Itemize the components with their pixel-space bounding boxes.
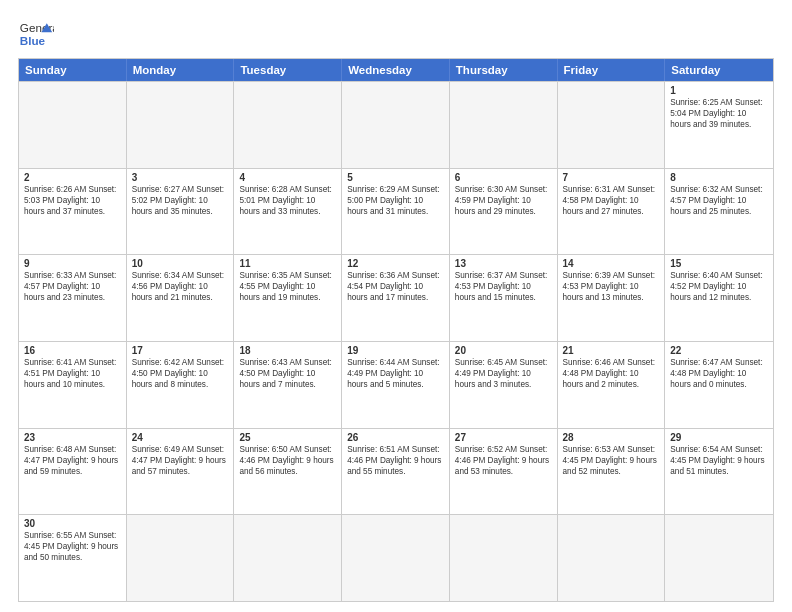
day-info: Sunrise: 6:51 AM Sunset: 4:46 PM Dayligh… [347,444,444,477]
calendar-cell: 18Sunrise: 6:43 AM Sunset: 4:50 PM Dayli… [234,342,342,428]
calendar-cell: 22Sunrise: 6:47 AM Sunset: 4:48 PM Dayli… [665,342,773,428]
day-number: 7 [563,172,660,183]
day-info: Sunrise: 6:54 AM Sunset: 4:45 PM Dayligh… [670,444,768,477]
day-number: 22 [670,345,768,356]
calendar-cell [234,82,342,168]
day-info: Sunrise: 6:26 AM Sunset: 5:03 PM Dayligh… [24,184,121,217]
day-info: Sunrise: 6:42 AM Sunset: 4:50 PM Dayligh… [132,357,229,390]
day-number: 4 [239,172,336,183]
calendar-row-0: 1Sunrise: 6:25 AM Sunset: 5:04 PM Daylig… [19,81,773,168]
calendar-cell: 23Sunrise: 6:48 AM Sunset: 4:47 PM Dayli… [19,429,127,515]
day-info: Sunrise: 6:47 AM Sunset: 4:48 PM Dayligh… [670,357,768,390]
calendar-cell: 6Sunrise: 6:30 AM Sunset: 4:59 PM Daylig… [450,169,558,255]
day-info: Sunrise: 6:48 AM Sunset: 4:47 PM Dayligh… [24,444,121,477]
logo: General Blue [18,16,54,52]
calendar-body: 1Sunrise: 6:25 AM Sunset: 5:04 PM Daylig… [19,81,773,601]
day-number: 2 [24,172,121,183]
header-day-thursday: Thursday [450,59,558,81]
generalblue-logo-icon: General Blue [18,16,54,52]
calendar-cell: 14Sunrise: 6:39 AM Sunset: 4:53 PM Dayli… [558,255,666,341]
day-number: 3 [132,172,229,183]
day-number: 21 [563,345,660,356]
day-info: Sunrise: 6:34 AM Sunset: 4:56 PM Dayligh… [132,270,229,303]
header-day-tuesday: Tuesday [234,59,342,81]
calendar-cell [127,82,235,168]
day-number: 17 [132,345,229,356]
calendar: SundayMondayTuesdayWednesdayThursdayFrid… [18,58,774,602]
calendar-row-3: 16Sunrise: 6:41 AM Sunset: 4:51 PM Dayli… [19,341,773,428]
calendar-cell: 5Sunrise: 6:29 AM Sunset: 5:00 PM Daylig… [342,169,450,255]
day-number: 1 [670,85,768,96]
day-info: Sunrise: 6:52 AM Sunset: 4:46 PM Dayligh… [455,444,552,477]
calendar-cell: 2Sunrise: 6:26 AM Sunset: 5:03 PM Daylig… [19,169,127,255]
header-day-monday: Monday [127,59,235,81]
day-number: 9 [24,258,121,269]
calendar-cell: 16Sunrise: 6:41 AM Sunset: 4:51 PM Dayli… [19,342,127,428]
day-number: 5 [347,172,444,183]
day-info: Sunrise: 6:45 AM Sunset: 4:49 PM Dayligh… [455,357,552,390]
header: General Blue [18,16,774,52]
day-info: Sunrise: 6:49 AM Sunset: 4:47 PM Dayligh… [132,444,229,477]
day-info: Sunrise: 6:39 AM Sunset: 4:53 PM Dayligh… [563,270,660,303]
calendar-cell: 26Sunrise: 6:51 AM Sunset: 4:46 PM Dayli… [342,429,450,515]
day-number: 19 [347,345,444,356]
header-day-sunday: Sunday [19,59,127,81]
calendar-cell [234,515,342,601]
day-info: Sunrise: 6:46 AM Sunset: 4:48 PM Dayligh… [563,357,660,390]
day-number: 15 [670,258,768,269]
calendar-cell: 11Sunrise: 6:35 AM Sunset: 4:55 PM Dayli… [234,255,342,341]
calendar-row-2: 9Sunrise: 6:33 AM Sunset: 4:57 PM Daylig… [19,254,773,341]
day-info: Sunrise: 6:30 AM Sunset: 4:59 PM Dayligh… [455,184,552,217]
day-number: 13 [455,258,552,269]
calendar-cell: 13Sunrise: 6:37 AM Sunset: 4:53 PM Dayli… [450,255,558,341]
svg-text:Blue: Blue [20,34,46,47]
day-number: 24 [132,432,229,443]
day-info: Sunrise: 6:29 AM Sunset: 5:00 PM Dayligh… [347,184,444,217]
day-number: 20 [455,345,552,356]
calendar-cell: 29Sunrise: 6:54 AM Sunset: 4:45 PM Dayli… [665,429,773,515]
day-info: Sunrise: 6:50 AM Sunset: 4:46 PM Dayligh… [239,444,336,477]
calendar-cell: 12Sunrise: 6:36 AM Sunset: 4:54 PM Dayli… [342,255,450,341]
day-number: 11 [239,258,336,269]
calendar-cell: 27Sunrise: 6:52 AM Sunset: 4:46 PM Dayli… [450,429,558,515]
calendar-cell [19,82,127,168]
day-number: 10 [132,258,229,269]
day-number: 16 [24,345,121,356]
day-info: Sunrise: 6:53 AM Sunset: 4:45 PM Dayligh… [563,444,660,477]
day-info: Sunrise: 6:35 AM Sunset: 4:55 PM Dayligh… [239,270,336,303]
day-info: Sunrise: 6:32 AM Sunset: 4:57 PM Dayligh… [670,184,768,217]
day-info: Sunrise: 6:37 AM Sunset: 4:53 PM Dayligh… [455,270,552,303]
day-number: 30 [24,518,121,529]
day-number: 18 [239,345,336,356]
calendar-cell [450,515,558,601]
calendar-row-5: 30Sunrise: 6:55 AM Sunset: 4:45 PM Dayli… [19,514,773,601]
calendar-header: SundayMondayTuesdayWednesdayThursdayFrid… [19,59,773,81]
day-info: Sunrise: 6:40 AM Sunset: 4:52 PM Dayligh… [670,270,768,303]
day-number: 14 [563,258,660,269]
calendar-cell: 30Sunrise: 6:55 AM Sunset: 4:45 PM Dayli… [19,515,127,601]
calendar-cell: 3Sunrise: 6:27 AM Sunset: 5:02 PM Daylig… [127,169,235,255]
calendar-cell: 9Sunrise: 6:33 AM Sunset: 4:57 PM Daylig… [19,255,127,341]
page: General Blue SundayMondayTuesdayWednesda… [0,0,792,612]
calendar-cell: 15Sunrise: 6:40 AM Sunset: 4:52 PM Dayli… [665,255,773,341]
calendar-cell [558,82,666,168]
calendar-row-4: 23Sunrise: 6:48 AM Sunset: 4:47 PM Dayli… [19,428,773,515]
calendar-cell [450,82,558,168]
day-info: Sunrise: 6:25 AM Sunset: 5:04 PM Dayligh… [670,97,768,130]
day-number: 8 [670,172,768,183]
day-info: Sunrise: 6:36 AM Sunset: 4:54 PM Dayligh… [347,270,444,303]
calendar-cell: 4Sunrise: 6:28 AM Sunset: 5:01 PM Daylig… [234,169,342,255]
calendar-cell [665,515,773,601]
day-info: Sunrise: 6:43 AM Sunset: 4:50 PM Dayligh… [239,357,336,390]
calendar-cell: 1Sunrise: 6:25 AM Sunset: 5:04 PM Daylig… [665,82,773,168]
calendar-row-1: 2Sunrise: 6:26 AM Sunset: 5:03 PM Daylig… [19,168,773,255]
day-info: Sunrise: 6:44 AM Sunset: 4:49 PM Dayligh… [347,357,444,390]
header-day-saturday: Saturday [665,59,773,81]
header-day-wednesday: Wednesday [342,59,450,81]
calendar-cell: 19Sunrise: 6:44 AM Sunset: 4:49 PM Dayli… [342,342,450,428]
calendar-cell: 24Sunrise: 6:49 AM Sunset: 4:47 PM Dayli… [127,429,235,515]
calendar-cell: 20Sunrise: 6:45 AM Sunset: 4:49 PM Dayli… [450,342,558,428]
day-number: 25 [239,432,336,443]
day-number: 12 [347,258,444,269]
day-number: 28 [563,432,660,443]
